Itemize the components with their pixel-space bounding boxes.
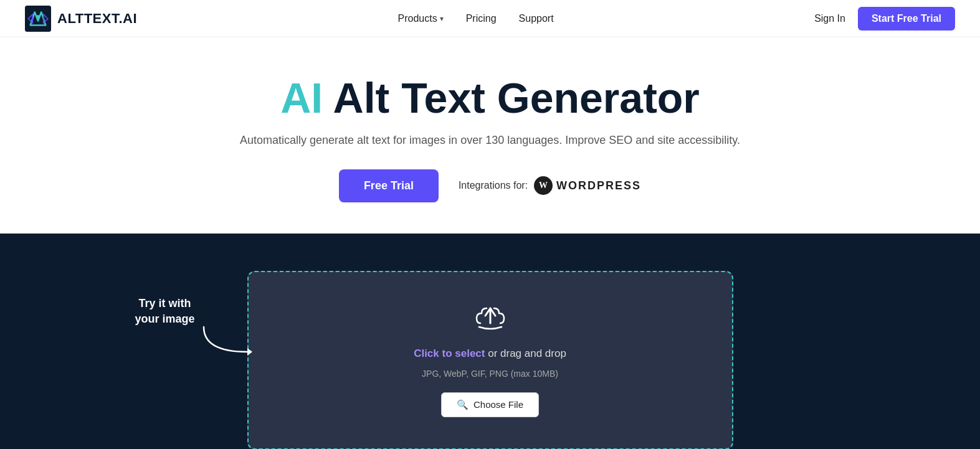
try-label: Try it with your image	[135, 296, 195, 327]
hero-subtitle: Automatically generate alt text for imag…	[25, 134, 955, 147]
wordpress-w-letter: W	[539, 181, 548, 191]
start-free-trial-button[interactable]: Start Free Trial	[858, 7, 955, 31]
hero-title: AI Alt Text Generator	[25, 75, 955, 121]
svg-marker-5	[247, 348, 252, 356]
click-to-select-text: Click to select	[414, 347, 485, 359]
hero-title-rest: Alt Text Generator	[323, 74, 700, 121]
svg-point-4	[36, 14, 39, 17]
or-drag-drop-text: or drag and drop	[485, 347, 566, 359]
nav-center: Products ▾ Pricing Support	[398, 13, 554, 24]
free-trial-label: Free Trial	[364, 179, 414, 192]
chevron-down-icon: ▾	[440, 14, 444, 23]
free-trial-button[interactable]: Free Trial	[339, 169, 439, 202]
upload-formats-text: JPG, WebP, GIF, PNG (max 10MB)	[422, 369, 558, 379]
choose-file-label: Choose File	[473, 399, 523, 410]
upload-instruction-text: Click to select or drag and drop	[414, 347, 566, 360]
navbar: ALTTEXT.AI Products ▾ Pricing Support Si…	[0, 0, 980, 37]
nav-right: Sign In Start Free Trial	[814, 7, 955, 31]
nav-support-label: Support	[519, 13, 554, 24]
hero-section: AI Alt Text Generator Automatically gene…	[0, 37, 980, 234]
try-label-line1: Try it with	[139, 297, 191, 310]
search-icon: 🔍	[457, 399, 469, 410]
nav-support-link[interactable]: Support	[519, 13, 554, 24]
upload-dropzone[interactable]: Click to select or drag and drop JPG, We…	[247, 271, 733, 449]
sign-in-link[interactable]: Sign In	[814, 13, 845, 24]
demo-section: Try it with your image Click to select o	[0, 234, 980, 449]
try-area: Try it with your image Click to select o	[247, 271, 733, 449]
nav-pricing-link[interactable]: Pricing	[466, 13, 497, 24]
logo-text: ALTTEXT.AI	[57, 11, 137, 27]
wordpress-circle-icon: W	[534, 176, 553, 195]
logo-icon	[25, 6, 51, 32]
integrations-label-area: Integrations for: W WORDPRESS	[459, 176, 641, 195]
sign-in-label: Sign In	[814, 13, 845, 24]
nav-pricing-label: Pricing	[466, 13, 497, 24]
logo-link[interactable]: ALTTEXT.AI	[25, 6, 137, 32]
hero-actions: Free Trial Integrations for: W WORDPRESS	[25, 169, 955, 202]
start-trial-label: Start Free Trial	[872, 13, 941, 24]
try-arrow-icon	[197, 321, 254, 358]
nav-products-label: Products	[398, 13, 437, 24]
nav-products-link[interactable]: Products ▾	[398, 13, 444, 24]
integrations-label: Integrations for:	[459, 180, 528, 191]
upload-cloud-icon	[474, 303, 507, 336]
hero-title-ai: AI	[280, 74, 323, 121]
try-label-line2: your image	[135, 313, 195, 325]
wordpress-text: WORDPRESS	[556, 179, 641, 192]
wordpress-logo: W WORDPRESS	[534, 176, 641, 195]
choose-file-button[interactable]: 🔍 Choose File	[441, 392, 539, 417]
